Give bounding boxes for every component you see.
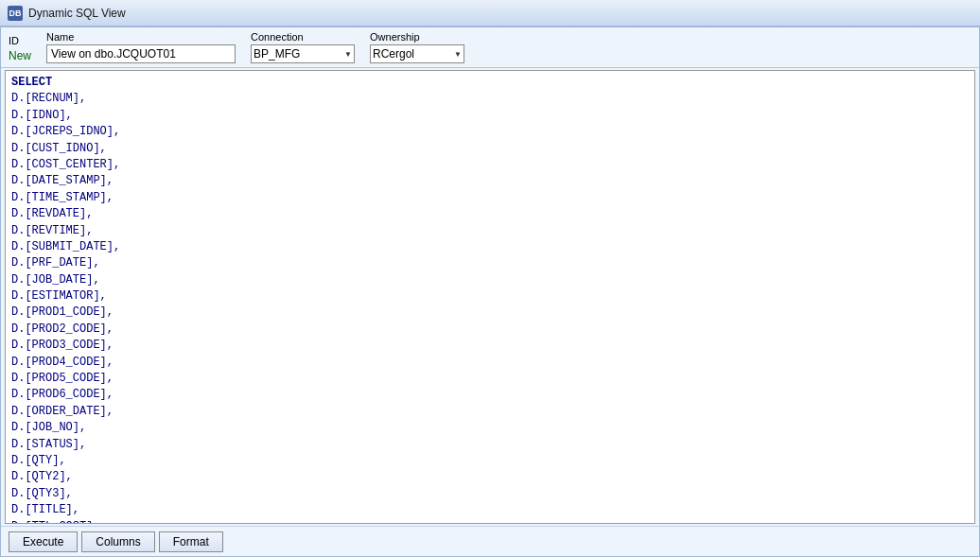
sql-line: D.[PROD4_CODE], [11,355,969,371]
id-value: New [9,48,31,63]
sql-line: D.[REVTIME], [11,223,969,239]
sql-line: D.[SUBMIT_DATE], [11,239,969,255]
sql-line: D.[TIME_STAMP], [11,190,969,206]
ownership-label: Ownership [370,31,464,43]
sql-line: D.[QTY2], [11,469,969,485]
sql-line: D.[JCREPS_IDNO], [11,124,969,140]
columns-button[interactable]: Columns [81,531,154,552]
id-label: ID [9,35,31,46]
sql-line: D.[RECNUM], [11,91,969,107]
sql-line: D.[QTY3], [11,486,969,502]
sql-line: D.[PROD5_CODE], [11,371,969,387]
connection-label: Connection [251,31,355,43]
sql-line: D.[REVDATE], [11,206,969,222]
sql-line: SELECT [11,75,969,91]
sql-line: D.[TITLE], [11,502,969,518]
sql-line: D.[PROD1_CODE], [11,305,969,321]
connection-select-wrapper: BP_MFG [251,44,355,63]
sql-line: D.[JOB_NO], [11,420,969,436]
sql-editor[interactable]: SELECTD.[RECNUM],D.[IDNO],D.[JCREPS_IDNO… [6,71,974,523]
title-bar: DB Dynamic SQL View [0,0,980,26]
sql-line: D.[IDNO], [11,108,969,124]
main-window: ID New Name Connection BP_MFG Ownership … [0,26,980,557]
sql-line: D.[ORDER_DATE], [11,404,969,420]
app-icon: DB [8,6,23,21]
header-section: ID New Name Connection BP_MFG Ownership … [1,27,979,68]
execute-button[interactable]: Execute [9,531,78,552]
sql-line: D.[TTL_COST], [11,519,969,523]
id-section: ID New [9,35,31,63]
sql-line: D.[PROD3_CODE], [11,338,969,354]
sql-line: D.[DATE_STAMP], [11,173,969,189]
name-input[interactable] [46,44,236,63]
sql-line: D.[PRF_DATE], [11,255,969,271]
sql-line: D.[PROD6_CODE], [11,387,969,403]
sql-editor-container: SELECTD.[RECNUM],D.[IDNO],D.[JCREPS_IDNO… [5,70,975,524]
ownership-select[interactable]: RCergol [370,44,464,63]
name-label: Name [46,31,236,43]
ownership-select-wrapper: RCergol [370,44,464,63]
ownership-section: Ownership RCergol [370,31,464,63]
window-title: Dynamic SQL View [28,7,126,20]
sql-line: D.[ESTIMATOR], [11,288,969,305]
bottom-bar: Execute Columns Format [1,526,979,556]
connection-section: Connection BP_MFG [251,31,355,63]
sql-line: D.[PROD2_CODE], [11,322,969,338]
sql-line: D.[COST_CENTER], [11,157,969,173]
sql-line: D.[QTY], [11,453,969,469]
sql-line: D.[JOB_DATE], [11,272,969,288]
connection-select[interactable]: BP_MFG [251,44,355,63]
sql-line: D.[CUST_IDNO], [11,141,969,157]
format-button[interactable]: Format [159,531,223,552]
name-section: Name [46,31,236,63]
sql-line: D.[STATUS], [11,437,969,453]
